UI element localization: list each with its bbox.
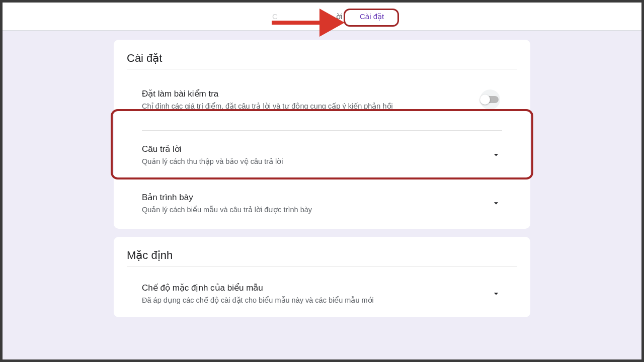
card-title-settings: Cài đặt — [127, 52, 517, 69]
section-make-quiz: Đặt làm bài kiểm tra Chỉ định các giá tr… — [127, 72, 517, 130]
tab-questions[interactable]: C — [268, 9, 282, 24]
section-text: Đặt làm bài kiểm tra Chỉ định các giá tr… — [142, 88, 478, 110]
section-text: Câu trả lời Quản lý cách thu thập và bảo… — [142, 144, 490, 165]
section-responses: Câu trả lời Quản lý cách thu thập và bảo… — [127, 131, 517, 178]
section-text: Bản trình bày Quản lý cách biểu mẫu và c… — [142, 192, 490, 214]
section-form-defaults: Chế độ mặc định của biểu mẫu Đã áp dụng … — [127, 269, 517, 317]
card-title-defaults: Mặc định — [127, 249, 517, 266]
settings-content: Cài đặt Đặt làm bài kiểm tra Chỉ định cá… — [3, 31, 641, 325]
section-presentation: Bản trình bày Quản lý cách biểu mẫu và c… — [127, 179, 517, 229]
responses-title: Câu trả lời — [142, 144, 490, 154]
quiz-desc: Chỉ định các giá trị điểm, đặt câu trả l… — [142, 102, 478, 110]
defaults-card: Mặc định Chế độ mặc định của biểu mẫu Đã… — [114, 237, 530, 317]
defaults-desc: Đã áp dụng các chế độ cài đặt cho biểu m… — [142, 296, 490, 304]
quiz-toggle[interactable] — [478, 89, 502, 110]
tab-settings[interactable]: Cài đặt — [356, 9, 388, 24]
expand-presentation[interactable] — [490, 197, 502, 209]
section-text: Chế độ mặc định của biểu mẫu Đã áp dụng … — [142, 283, 490, 304]
presentation-desc: Quản lý cách biểu mẫu và câu trả lời đượ… — [142, 206, 490, 214]
expand-defaults[interactable] — [490, 288, 502, 300]
tab-responses-fragment: ời — [332, 9, 346, 24]
quiz-title: Đặt làm bài kiểm tra — [142, 88, 478, 99]
presentation-title: Bản trình bày — [142, 192, 490, 203]
tab-bar: C ời Cài đặt — [3, 3, 641, 31]
expand-responses[interactable] — [490, 149, 502, 161]
defaults-title: Chế độ mặc định của biểu mẫu — [142, 283, 490, 293]
app-viewport: C ời Cài đặt Cài đặt Đặt làm bài kiểm tr… — [2, 2, 642, 360]
responses-desc: Quản lý cách thu thập và bảo vệ câu trả … — [142, 157, 490, 165]
settings-card: Cài đặt Đặt làm bài kiểm tra Chỉ định cá… — [114, 40, 530, 229]
